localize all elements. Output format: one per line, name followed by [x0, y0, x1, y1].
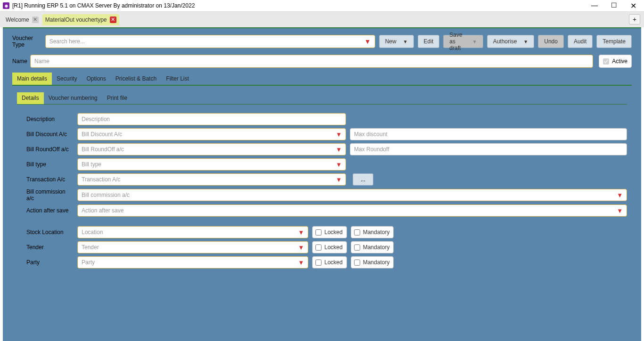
caret-down-icon: ▼	[336, 146, 342, 153]
caret-down-icon: ▼	[336, 176, 342, 183]
caret-down-icon: ▼	[617, 207, 623, 214]
caret-down-icon: ▼	[298, 244, 304, 251]
party-mandatory[interactable]: Mandatory	[351, 256, 394, 268]
caret-down-icon: ▼	[298, 229, 304, 236]
checkbox[interactable]	[315, 244, 322, 251]
button-label: Authorise	[493, 38, 517, 45]
row-bill-discount: Bill Discount A/c Bill Discount A/c▼ Max…	[17, 128, 627, 140]
bill-type-label: Bill type	[17, 161, 74, 168]
button-label: Save as draft	[449, 32, 465, 51]
voucher-type-search[interactable]: Search here... ▼	[45, 35, 375, 48]
action-after-save-combo[interactable]: Action after save▼	[77, 204, 627, 217]
close-icon[interactable]: ✕	[110, 16, 116, 23]
active-label: Active	[612, 58, 627, 65]
tender-mandatory[interactable]: Mandatory	[351, 241, 394, 253]
placeholder: Action after save	[82, 207, 124, 214]
placeholder: Bill RoundOff a/c	[82, 146, 124, 153]
window-controls: — ☐ ✕	[591, 1, 641, 10]
placeholder: Location	[82, 229, 103, 235]
name-input[interactable]: Name	[30, 55, 593, 68]
tab-voucher-numbering[interactable]: Voucher numbering	[44, 92, 102, 104]
party-locked[interactable]: Locked	[312, 256, 347, 268]
main-panel: Voucher Type Search here... ▼ New ▼ Edit…	[3, 28, 641, 341]
checkbox[interactable]	[315, 260, 322, 266]
doc-tab-materialout[interactable]: MaterialOut vouchertype ✕	[42, 14, 119, 25]
maximize-button[interactable]: ☐	[611, 1, 617, 10]
doc-tab-welcome[interactable]: Welcome ✕	[3, 14, 41, 25]
party-label: Party	[17, 259, 74, 266]
checkbox[interactable]	[354, 244, 360, 251]
transaction-ac-combo[interactable]: Transaction A/c▼	[77, 173, 346, 186]
search-placeholder: Search here...	[50, 38, 85, 45]
tab-security[interactable]: Security	[52, 73, 82, 85]
tender-locked[interactable]: Locked	[312, 241, 347, 253]
new-button[interactable]: New ▼	[379, 35, 414, 48]
add-tab-button[interactable]: +	[629, 14, 640, 24]
minimize-button[interactable]: —	[591, 1, 598, 10]
max-discount-input[interactable]: Max discount	[350, 128, 627, 140]
tab-label: Security	[57, 75, 77, 82]
button-label: Edit	[424, 38, 434, 45]
active-checkbox-wrap[interactable]: Active	[599, 55, 632, 68]
close-icon[interactable]: ✕	[32, 16, 39, 23]
row-bill-roundoff: Bill RoundOff a/c Bill RoundOff a/c▼ Max…	[17, 143, 627, 155]
name-row: Name Name Active	[12, 55, 632, 68]
bill-roundoff-combo[interactable]: Bill RoundOff a/c▼	[77, 143, 346, 155]
stock-location-locked[interactable]: Locked	[312, 226, 347, 238]
transaction-ac-more-button[interactable]: ...	[353, 173, 373, 186]
checkbox-label: Mandatory	[363, 244, 390, 251]
name-placeholder: Name	[34, 58, 50, 65]
tab-options[interactable]: Options	[82, 73, 110, 85]
name-label: Name	[12, 58, 28, 65]
voucher-type-label: Voucher Type	[12, 35, 41, 48]
placeholder: Bill type	[82, 161, 101, 168]
active-checkbox[interactable]	[603, 58, 609, 65]
tab-details[interactable]: Details	[17, 92, 44, 104]
window-titlebar: ◉ [R1] Running ERP 5.1 on CMAX Server By…	[0, 0, 644, 11]
button-label: Template	[603, 38, 626, 45]
row-stock-location: Stock Location Location▼ Locked Mandator…	[17, 226, 627, 238]
bill-type-combo[interactable]: Bill type▼	[77, 158, 346, 170]
checkbox[interactable]	[354, 260, 360, 266]
toolbar: Voucher Type Search here... ▼ New ▼ Edit…	[12, 35, 632, 48]
main-tabs: Main details Security Options Pricelist …	[12, 73, 632, 86]
authorise-button[interactable]: Authorise ▼	[487, 35, 535, 48]
stock-location-mandatory[interactable]: Mandatory	[351, 226, 394, 238]
tab-filter-list[interactable]: Filter List	[161, 73, 194, 85]
bill-commission-combo[interactable]: Bill commission a/c▼	[77, 189, 627, 201]
party-combo[interactable]: Party▼	[77, 256, 308, 268]
tender-combo[interactable]: Tender▼	[77, 241, 308, 253]
save-as-draft-button[interactable]: Save as draft ▼	[443, 35, 483, 48]
doc-tab-label: Welcome	[6, 16, 29, 23]
button-label: Audit	[574, 38, 586, 45]
tab-label: Filter List	[166, 75, 189, 82]
tab-print-file[interactable]: Print file	[102, 92, 132, 104]
app-icon: ◉	[3, 2, 9, 9]
audit-button[interactable]: Audit	[568, 35, 593, 48]
tab-pricelist-batch[interactable]: Pricelist & Batch	[111, 73, 161, 85]
row-bill-commission: Bill commission a/c Bill commission a/c▼	[17, 188, 627, 202]
window-title: [R1] Running ERP 5.1 on CMAX Server By a…	[12, 2, 195, 9]
template-button[interactable]: Template	[596, 35, 632, 48]
caret-down-icon: ▼	[298, 259, 304, 266]
undo-button[interactable]: Undo	[538, 35, 564, 48]
bill-discount-combo[interactable]: Bill Discount A/c▼	[77, 128, 346, 140]
description-input[interactable]: Description	[77, 113, 346, 125]
bill-discount-label: Bill Discount A/c	[17, 131, 74, 138]
checkbox[interactable]	[315, 229, 322, 235]
checkbox[interactable]	[354, 229, 360, 235]
placeholder: Description	[82, 116, 110, 122]
tab-label: Main details	[17, 75, 47, 82]
caret-down-icon: ▼	[523, 39, 528, 44]
tab-label: Pricelist & Batch	[116, 75, 157, 82]
caret-down-icon: ▼	[364, 38, 371, 45]
close-button[interactable]: ✕	[630, 1, 636, 10]
edit-button[interactable]: Edit	[418, 35, 440, 48]
placeholder: Max discount	[354, 131, 388, 138]
checkbox-label: Locked	[324, 244, 343, 251]
max-roundoff-input[interactable]: Max Roundoff	[350, 143, 627, 155]
stock-location-combo[interactable]: Location▼	[77, 226, 308, 238]
caret-down-icon: ▼	[336, 131, 342, 138]
tab-main-details[interactable]: Main details	[12, 73, 52, 85]
button-label: Undo	[544, 38, 558, 45]
